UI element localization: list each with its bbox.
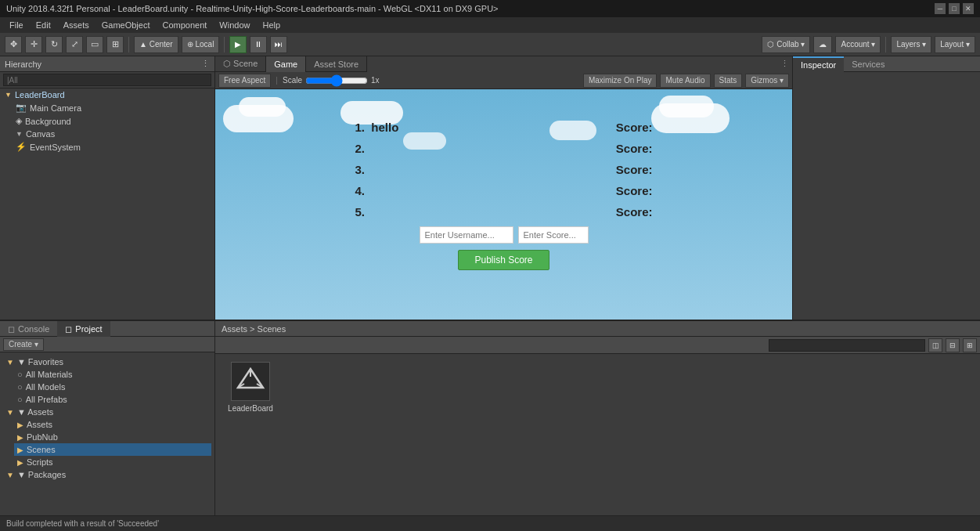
hierarchy-item-eventsystem[interactable]: ⚡ EventSystem bbox=[0, 140, 214, 154]
hierarchy-search-input[interactable] bbox=[3, 74, 211, 86]
tab-project[interactable]: ◻ Project bbox=[57, 321, 110, 337]
tree-all-materials[interactable]: ○ All Materials bbox=[14, 368, 211, 381]
rank-2: 2. bbox=[355, 142, 366, 155]
transform-tool-btn[interactable]: ✥ bbox=[5, 36, 22, 53]
mute-audio-btn[interactable]: Mute Audio bbox=[660, 74, 710, 88]
tree-packages[interactable]: ▼ ▼ Packages bbox=[3, 468, 211, 481]
aspect-button[interactable]: Free Aspect bbox=[218, 74, 271, 88]
project-toolbar: Create ▾ bbox=[0, 337, 214, 352]
cloud-button[interactable]: ☁ bbox=[813, 36, 832, 53]
pause-button[interactable]: ⏸ bbox=[250, 36, 267, 53]
all-materials-label: All Materials bbox=[26, 370, 73, 379]
play-button[interactable]: ▶ bbox=[229, 36, 247, 53]
tree-scenes[interactable]: ▶ Scenes bbox=[14, 443, 211, 456]
assets-sub-icon: ▶ bbox=[17, 421, 23, 429]
stats-btn[interactable]: Stats bbox=[714, 74, 743, 88]
maximize-on-play-btn[interactable]: Maximize On Play bbox=[583, 74, 658, 88]
tree-assets-sub[interactable]: ▶ Assets bbox=[14, 418, 211, 431]
hierarchy-options-icon[interactable]: ⋮ bbox=[201, 59, 210, 69]
collab-icon: ⬡ bbox=[767, 40, 774, 49]
tree-assets[interactable]: ▼ ▼ Assets bbox=[3, 406, 211, 418]
assets-view-btn-1[interactable]: ◫ bbox=[928, 338, 942, 352]
menu-gameobject[interactable]: GameObject bbox=[95, 19, 157, 31]
assets-label: ▼ Assets bbox=[17, 407, 53, 417]
menu-edit[interactable]: Edit bbox=[30, 19, 57, 31]
tab-inspector[interactable]: Inspector bbox=[793, 56, 844, 72]
tree-all-prefabs[interactable]: ○ All Prefabs bbox=[14, 393, 211, 406]
maximize-button[interactable]: □ bbox=[949, 3, 960, 14]
pubnub-icon: ▶ bbox=[17, 433, 23, 442]
packages-icon: ▼ bbox=[6, 471, 14, 479]
eventsystem-label: EventSystem bbox=[30, 143, 81, 152]
menu-component[interactable]: Component bbox=[156, 19, 213, 31]
menu-file[interactable]: File bbox=[3, 19, 30, 31]
tree-scripts[interactable]: ▶ Scripts bbox=[14, 456, 211, 468]
background-label: Background bbox=[25, 117, 71, 126]
canvas-icon: ▼ bbox=[16, 130, 23, 138]
toolbar-separator-2 bbox=[224, 37, 225, 52]
toolbar-separator-3 bbox=[885, 37, 886, 52]
tree-pubnub[interactable]: ▶ PubNub bbox=[14, 431, 211, 443]
scale-tool-btn[interactable]: ⤢ bbox=[66, 36, 83, 53]
rect-tool-btn[interactable]: ▭ bbox=[86, 36, 103, 53]
canvas-label: Canvas bbox=[26, 129, 55, 139]
tab-services[interactable]: Services bbox=[844, 56, 892, 72]
pivot-button[interactable]: ▲ Center bbox=[134, 36, 178, 53]
assets-view-btn-2[interactable]: ⊟ bbox=[946, 338, 960, 352]
step-button[interactable]: ⏭ bbox=[270, 36, 287, 53]
inspector-tabs: Inspector Services bbox=[793, 56, 980, 72]
score-input[interactable] bbox=[518, 226, 589, 244]
camera-icon: 📷 bbox=[16, 103, 27, 113]
all-models-label: All Models bbox=[26, 382, 66, 392]
scenes-icon: ▶ bbox=[17, 446, 23, 454]
breadcrumb-text: Assets > Scenes bbox=[222, 324, 286, 334]
console-icon: ◻ bbox=[8, 324, 15, 334]
leaderboard-label: LeaderBoard bbox=[15, 90, 65, 99]
panel-options[interactable]: ⋮ bbox=[776, 56, 792, 72]
menu-help[interactable]: Help bbox=[256, 19, 286, 31]
close-button[interactable]: ✕ bbox=[963, 3, 974, 14]
asset-leaderboard[interactable]: LeaderBoard bbox=[223, 362, 278, 413]
minimize-button[interactable]: ─ bbox=[935, 3, 946, 14]
hierarchy-item-main-camera[interactable]: 📷 Main Camera bbox=[0, 101, 214, 114]
account-button[interactable]: Account ▾ bbox=[835, 36, 881, 53]
gizmos-btn[interactable]: Gizmos ▾ bbox=[745, 74, 789, 88]
layout-button[interactable]: Layout ▾ bbox=[935, 36, 975, 53]
rotate-tool-btn[interactable]: ↻ bbox=[45, 36, 63, 53]
menu-assets[interactable]: Assets bbox=[57, 19, 95, 31]
tab-scene[interactable]: ⬡ Scene bbox=[215, 56, 266, 72]
scale-value: 1x bbox=[371, 76, 380, 85]
global-button[interactable]: ⊕ Local bbox=[182, 36, 220, 53]
score-row-1: 1. hello Score: bbox=[355, 121, 653, 134]
tab-game[interactable]: Game bbox=[266, 56, 306, 72]
tab-asset-store[interactable]: Asset Store bbox=[306, 56, 367, 72]
score-label-4: Score: bbox=[616, 184, 653, 197]
assets-icon: ▼ bbox=[6, 408, 14, 417]
publish-score-button[interactable]: Publish Score bbox=[458, 250, 549, 270]
scale-slider[interactable] bbox=[305, 76, 368, 85]
assets-search-input[interactable] bbox=[769, 339, 925, 352]
collab-button[interactable]: ⬡ Collab ▾ bbox=[762, 36, 810, 53]
assets-toolbar: ◫ ⊟ ⊞ bbox=[215, 337, 980, 354]
tree-favorites[interactable]: ▼ ▼ Favorites bbox=[3, 356, 211, 368]
leaderboard-folder-icon: ▼ bbox=[5, 91, 12, 99]
window-title: Unity 2018.4.32f1 Personal - LeaderBoard… bbox=[6, 4, 935, 13]
move-tool-btn[interactable]: ✛ bbox=[25, 36, 42, 53]
transform2-tool-btn[interactable]: ⊞ bbox=[106, 36, 124, 53]
layers-button[interactable]: Layers ▾ bbox=[891, 36, 931, 53]
assets-view-btn-3[interactable]: ⊞ bbox=[963, 338, 977, 352]
tab-console[interactable]: ◻ Console bbox=[0, 321, 57, 337]
collab-area: ⬡ Collab ▾ ☁ Account ▾ Layers ▾ Layout ▾ bbox=[762, 36, 975, 53]
bg-icon: ◈ bbox=[16, 116, 22, 126]
tree-all-models[interactable]: ○ All Models bbox=[14, 381, 211, 393]
menu-window[interactable]: Window bbox=[213, 19, 256, 31]
eventsystem-icon: ⚡ bbox=[16, 142, 27, 152]
hierarchy-item-background[interactable]: ◈ Background bbox=[0, 114, 214, 128]
rank-1: 1. hello bbox=[355, 121, 399, 134]
hierarchy-item-canvas[interactable]: ▼ Canvas bbox=[0, 128, 214, 140]
hierarchy-item-leaderboard[interactable]: ▼ LeaderBoard bbox=[0, 88, 214, 101]
project-icon: ◻ bbox=[65, 324, 72, 334]
all-prefabs-label: All Prefabs bbox=[26, 395, 67, 404]
username-input[interactable] bbox=[420, 226, 513, 244]
create-button[interactable]: Create ▾ bbox=[3, 338, 44, 351]
